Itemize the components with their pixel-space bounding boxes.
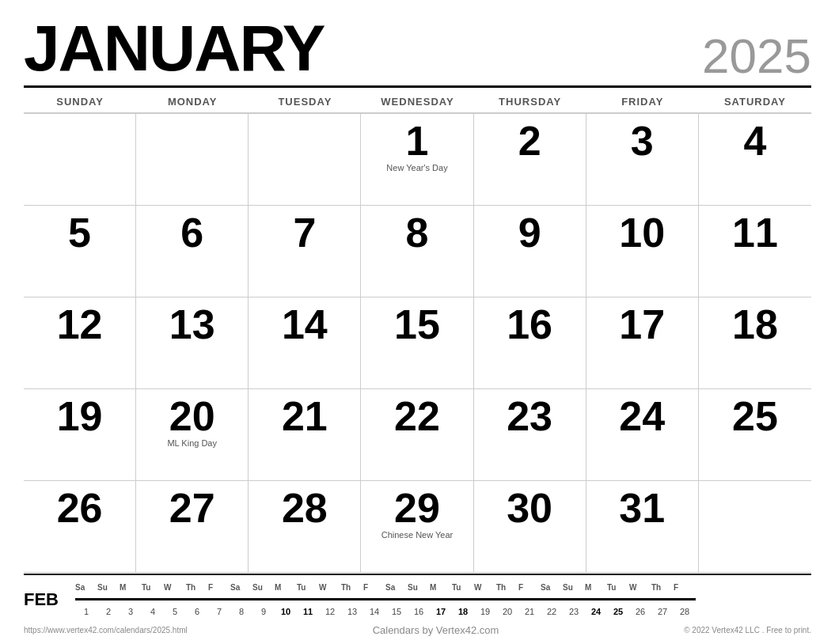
mini-header-cell: Tu xyxy=(607,581,629,600)
day-header-sunday: SUNDAY xyxy=(24,93,136,111)
mini-day-cell: 6 xyxy=(186,605,208,619)
calendar-cell: 28 xyxy=(249,481,361,573)
mini-day-cell: 12 xyxy=(319,605,341,619)
calendar-cell: 18 xyxy=(699,297,811,389)
calendar-cell xyxy=(699,481,811,573)
mini-day-cell: 23 xyxy=(563,605,585,619)
mini-day-cell: 1 xyxy=(75,605,97,619)
calendar-cell: 9 xyxy=(474,206,586,297)
mini-header-cell: Sa xyxy=(541,581,563,600)
calendar-cell: 6 xyxy=(136,206,249,297)
holiday-label: New Year's Day xyxy=(369,163,465,173)
day-number: 25 xyxy=(707,396,803,437)
calendar-cell xyxy=(136,114,249,206)
day-number: 17 xyxy=(594,304,690,345)
day-number: 28 xyxy=(256,487,352,528)
day-number: 8 xyxy=(369,212,465,253)
mini-day-cell: 28 xyxy=(674,605,696,619)
calendar-cell: 30 xyxy=(474,481,586,573)
calendar-cell: 23 xyxy=(474,389,586,481)
day-number: 18 xyxy=(707,304,803,345)
mini-header-cell: Sa xyxy=(75,581,97,600)
day-header-saturday: SATURDAY xyxy=(699,93,811,111)
year-title: 2025 xyxy=(702,32,811,81)
mini-header-cell: Su xyxy=(408,581,430,600)
calendar-cell: 8 xyxy=(361,206,473,297)
calendar-cell: 11 xyxy=(699,206,811,297)
day-number: 30 xyxy=(482,487,578,528)
mini-header-cell: Tu xyxy=(297,581,319,600)
mini-header-cell: F xyxy=(518,581,541,600)
footer-url: https://www.vertex42.com/calendars/2025.… xyxy=(24,626,188,635)
mini-header-cell: Sa xyxy=(385,581,408,600)
mini-day-cell: 16 xyxy=(408,605,430,619)
day-number: 1 xyxy=(369,120,465,161)
mini-grid: SaSuMTuWThFSaSuMTuWThFSaSuMTuWThFSaSuMTu… xyxy=(75,581,811,619)
mini-header-cell: Sa xyxy=(230,581,252,600)
day-number: 24 xyxy=(594,396,690,437)
day-number: 31 xyxy=(594,487,690,528)
day-header-tuesday: TUESDAY xyxy=(249,93,361,111)
mini-header-cell: Th xyxy=(186,581,208,600)
mini-header-cell: F xyxy=(208,581,230,600)
mini-day-cell: 2 xyxy=(97,605,120,619)
day-number: 11 xyxy=(707,212,803,253)
mini-day-cell: 25 xyxy=(607,605,629,619)
mini-header-cell: F xyxy=(363,581,385,600)
mini-day-cell: 13 xyxy=(341,605,363,619)
mini-header-cell: Th xyxy=(341,581,363,600)
calendar-cell: 27 xyxy=(136,481,249,573)
mini-calendar: FEB SaSuMTuWThFSaSuMTuWThFSaSuMTuWThFSaS… xyxy=(24,574,811,622)
day-number: 5 xyxy=(32,212,127,253)
calendar-cell: 3 xyxy=(586,114,699,206)
mini-header-cell: Tu xyxy=(452,581,474,600)
day-header-monday: MONDAY xyxy=(136,93,249,111)
day-number: 2 xyxy=(482,120,578,161)
day-number: 19 xyxy=(32,396,127,437)
day-number: 15 xyxy=(369,304,465,345)
day-number: 6 xyxy=(144,212,240,253)
mini-day-cell: 7 xyxy=(208,605,230,619)
day-number: 27 xyxy=(144,487,240,528)
calendar-cell: 10 xyxy=(586,206,699,297)
calendar-cell: 5 xyxy=(24,206,136,297)
mini-header-cell: W xyxy=(474,581,496,600)
month-title: JANUARY xyxy=(24,16,324,81)
calendar-cell: 19 xyxy=(24,389,136,481)
mini-day-cell: 14 xyxy=(363,605,385,619)
day-number: 21 xyxy=(256,396,352,437)
day-number: 29 xyxy=(369,487,465,528)
calendar-cell: 20ML King Day xyxy=(136,389,249,481)
mini-day-cell: 27 xyxy=(651,605,674,619)
mini-header-cell: W xyxy=(319,581,341,600)
mini-header-cell: Tu xyxy=(142,581,164,600)
mini-day-cell: 10 xyxy=(275,605,297,619)
calendar-cell: 22 xyxy=(361,389,473,481)
mini-header-cell: W xyxy=(629,581,651,600)
calendar-cell: 31 xyxy=(586,481,699,573)
mini-day-cell: 5 xyxy=(164,605,186,619)
day-header-thursday: THURSDAY xyxy=(474,93,586,111)
calendar-cell: 17 xyxy=(586,297,699,389)
calendar-cell: 21 xyxy=(249,389,361,481)
calendar-cell: 13 xyxy=(136,297,249,389)
day-number: 14 xyxy=(256,304,352,345)
day-number: 12 xyxy=(32,304,127,345)
day-number: 16 xyxy=(482,304,578,345)
calendar-cell: 1New Year's Day xyxy=(361,114,473,206)
mini-day-cell: 3 xyxy=(120,605,142,619)
mini-day-cell: 26 xyxy=(629,605,651,619)
day-number: 20 xyxy=(144,396,240,437)
day-number: 26 xyxy=(32,487,127,528)
mini-header-cell: M xyxy=(430,581,452,600)
mini-header-cell: Su xyxy=(97,581,120,600)
day-header-wednesday: WEDNESDAY xyxy=(361,93,473,111)
calendar-cell: 16 xyxy=(474,297,586,389)
mini-day-cell: 15 xyxy=(385,605,408,619)
mini-day-cell: 24 xyxy=(585,605,607,619)
day-number: 10 xyxy=(594,212,690,253)
mini-header-cell: M xyxy=(585,581,607,600)
mini-header-cell: Su xyxy=(252,581,275,600)
holiday-label: Chinese New Year xyxy=(369,530,465,540)
day-headers: SUNDAY MONDAY TUESDAY WEDNESDAY THURSDAY… xyxy=(24,93,811,111)
